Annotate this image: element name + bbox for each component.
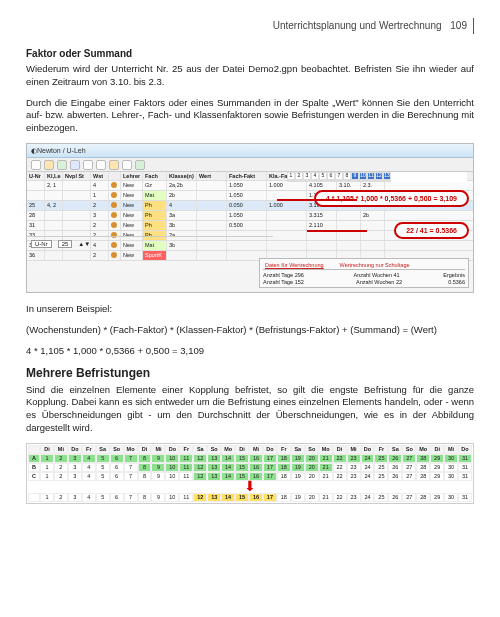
table-cell: 2.110	[307, 221, 337, 230]
callout-line	[277, 199, 357, 201]
column-header[interactable]: Fach	[143, 172, 167, 180]
table-cell: 1.050	[227, 191, 267, 200]
table-cell: 2, 1	[45, 181, 63, 190]
arrow-down-icon: ⬇	[28, 482, 472, 492]
tab-schultage[interactable]: Wertrechnung nur Schultage	[338, 261, 412, 269]
table-cell	[307, 241, 337, 250]
table-cell: 1.050	[227, 211, 267, 220]
table-cell: 0.500	[227, 221, 267, 230]
mini-calendar: 12345678910111213	[287, 172, 467, 182]
table-cell: 4, 2	[45, 201, 63, 210]
section-title: Unterrichtsplanung und Wertrechnung	[273, 20, 442, 31]
table-cell	[167, 251, 197, 260]
para-5: 4 * 1,105 * 1,000 * 0,5366 + 0,500 = 3,1…	[26, 345, 474, 358]
para-6: Sind die einzelnen Elemente einer Kopplu…	[26, 384, 474, 435]
toolbar-button[interactable]	[83, 160, 93, 170]
table-cell: 3	[91, 211, 109, 220]
table-cell: 1.000	[267, 181, 307, 190]
status-bar: U-Nr 25 ▲▼	[27, 236, 273, 250]
heading-mehrere: Mehrere Befristungen	[26, 366, 474, 380]
toolbar-button[interactable]	[96, 160, 106, 170]
table-cell	[197, 201, 227, 210]
table-cell: Gz	[143, 181, 167, 190]
window-title: Newton / U-Leh	[37, 147, 86, 154]
column-header[interactable]: Klasse(n)	[167, 172, 197, 180]
table-cell	[267, 211, 307, 220]
table-cell	[63, 191, 91, 200]
table-cell	[45, 221, 63, 230]
value-calc-panel: Daten für Wertrechnung Wertrechnung nur …	[259, 258, 469, 288]
column-header[interactable]: Fach-Fakt	[227, 172, 267, 180]
table-cell: 2b	[167, 191, 197, 200]
column-header[interactable]: Nvpl St	[63, 172, 91, 180]
table-cell	[337, 211, 361, 220]
toolbar-button[interactable]	[57, 160, 67, 170]
table-cell	[63, 181, 91, 190]
page-header: Unterrichtsplanung und Wertrechnung 109	[26, 18, 474, 34]
table-cell	[45, 211, 63, 220]
table-cell: Ph	[143, 211, 167, 220]
table-cell: New	[121, 221, 143, 230]
para-2: Durch die Eingabe einer Faktors oder ein…	[26, 97, 474, 135]
table-cell: New	[121, 251, 143, 260]
column-header[interactable]: Wert	[197, 172, 227, 180]
table-cell: Ph	[143, 221, 167, 230]
column-header[interactable]: Wst	[91, 172, 109, 180]
heading-faktor: Faktor oder Summand	[26, 48, 474, 59]
table-cell	[109, 221, 121, 230]
table-cell: 2	[91, 201, 109, 210]
table-cell	[63, 201, 91, 210]
table-cell: 1	[91, 191, 109, 200]
table-cell	[197, 181, 227, 190]
table-cell: 2	[91, 221, 109, 230]
table-cell: 3.10.	[337, 181, 361, 190]
para-3: In unserem Beispiel:	[26, 303, 474, 316]
toolbar-button[interactable]	[44, 160, 54, 170]
para-4: (Wochenstunden) * (Fach-Faktor) * (Klass…	[26, 324, 474, 337]
table-cell	[63, 251, 91, 260]
column-header[interactable]	[109, 172, 121, 180]
column-header[interactable]: U-Nr	[27, 172, 45, 180]
app-screenshot: ◐ Newton / U-Leh U-NrKl,LeNvpl StWstLehr…	[26, 143, 474, 293]
toolbar-button[interactable]	[70, 160, 80, 170]
toolbar-button[interactable]	[109, 160, 119, 170]
table-cell	[63, 221, 91, 230]
table-cell	[361, 221, 385, 230]
table-cell	[109, 251, 121, 260]
toolbar-button[interactable]	[135, 160, 145, 170]
table-cell: 2.3.	[361, 181, 385, 190]
column-header[interactable]: Lehrer	[121, 172, 143, 180]
table-cell: Mat	[143, 191, 167, 200]
table-cell	[197, 211, 227, 220]
table-cell: 31	[27, 221, 45, 230]
calendar-strip: DiMiDoFrSaSoMoDiMiDoFrSaSoMoDiMiDoFrSaSo…	[26, 443, 474, 504]
table-cell: 2b	[361, 211, 385, 220]
table-cell	[337, 241, 361, 250]
callout-ratio: 22 / 41 = 0.5366	[394, 222, 469, 239]
toolbar-button[interactable]	[31, 160, 41, 170]
table-cell: 3.315	[307, 211, 337, 220]
table-cell: New	[121, 211, 143, 220]
toolbar	[27, 158, 473, 172]
table-cell: 25	[27, 201, 45, 210]
table-cell	[337, 231, 361, 240]
table-row[interactable]: 283NewPh3a1.0503.3152b	[27, 211, 473, 221]
table-cell	[361, 231, 385, 240]
bp-result-value: 0.5366	[448, 279, 465, 285]
column-header[interactable]: Kl,Le	[45, 172, 63, 180]
status-value[interactable]: 25	[58, 240, 73, 248]
para-1: Wiederum wird der Unterricht Nr. 25 aus …	[26, 63, 474, 89]
table-cell: 2a,2b	[167, 181, 197, 190]
status-label: U-Nr	[31, 240, 52, 248]
table-cell	[109, 181, 121, 190]
table-cell	[45, 191, 63, 200]
bp-days-sub: Anzahl Tage 152	[263, 279, 304, 285]
table-cell	[307, 231, 337, 240]
table-cell: 36	[27, 251, 45, 260]
table-cell: New	[121, 191, 143, 200]
table-cell: 4.105	[307, 181, 337, 190]
tab-wertrechnung[interactable]: Daten für Wertrechnung	[263, 261, 326, 269]
callout-line	[307, 230, 367, 232]
table-cell: 4	[91, 181, 109, 190]
toolbar-button[interactable]	[122, 160, 132, 170]
